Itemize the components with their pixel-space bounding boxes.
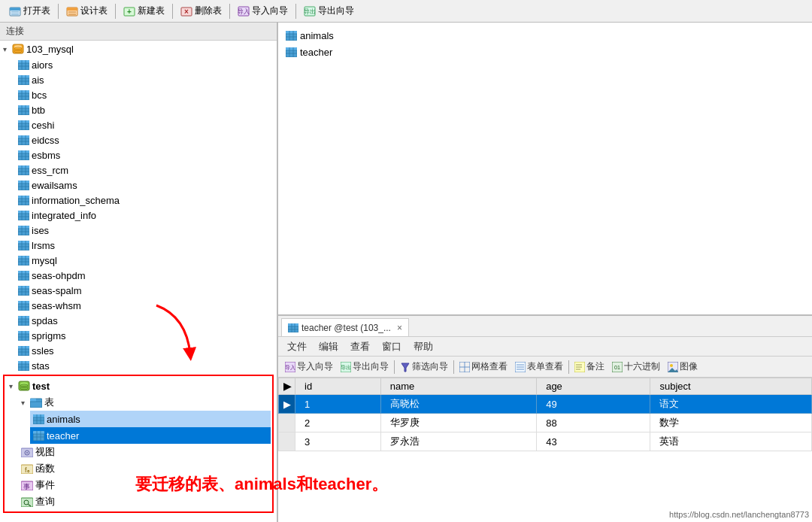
table-row[interactable]: 2 华罗庚 88 数学 bbox=[279, 414, 812, 432]
expand-arrow-biao[interactable]: ▾ bbox=[21, 399, 30, 407]
toolbar-filter-sep bbox=[394, 360, 395, 374]
new-table-btn[interactable]: + 新建表 bbox=[120, 3, 168, 19]
export-wizard-label: 导出向导 bbox=[318, 5, 354, 17]
image-btn[interactable]: 图像 bbox=[665, 360, 700, 374]
tree-label-teacher: teacher bbox=[47, 430, 79, 442]
hex-label: 十六进制 bbox=[624, 360, 660, 373]
tree-item-test[interactable]: ▾ test bbox=[6, 378, 271, 394]
tree-item-shiTu[interactable]: 视图 bbox=[18, 444, 271, 460]
svg-rect-75 bbox=[18, 196, 29, 199]
toolbar-view-sep bbox=[453, 360, 454, 374]
open-table-btn[interactable]: 打开表 bbox=[6, 3, 53, 19]
toolbar-sep2 bbox=[115, 4, 116, 19]
tree-item-ceshi[interactable]: ceshi bbox=[15, 117, 277, 132]
tree-item-esbms[interactable]: esbms bbox=[15, 147, 277, 162]
col-age-header[interactable]: age bbox=[537, 378, 650, 395]
table-icon-esbms bbox=[18, 150, 29, 160]
tree-item-integrated-info[interactable]: integrated_info bbox=[15, 208, 277, 223]
tree-item-stas[interactable]: stas bbox=[15, 358, 277, 373]
tree-label-hanshu: 函数 bbox=[35, 462, 55, 475]
tree-item-bcs[interactable]: bcs bbox=[15, 87, 277, 102]
col-id-header[interactable]: id bbox=[295, 378, 381, 395]
svg-rect-51 bbox=[18, 135, 29, 138]
expand-arrow-test[interactable]: ▾ bbox=[9, 382, 18, 390]
export-wizard-btn[interactable]: 导出 导出向导 bbox=[301, 3, 357, 19]
svg-rect-129 bbox=[18, 331, 29, 334]
tree-item-chaxun[interactable]: 查询 bbox=[18, 493, 271, 510]
tree-item-ewailsams[interactable]: ewailsams bbox=[15, 178, 277, 193]
tree-item-seas-spalm[interactable]: seas-spalm bbox=[15, 283, 277, 298]
tree-item-lrsms[interactable]: lrsms bbox=[15, 238, 277, 253]
tree-item-mysql[interactable]: mysql bbox=[15, 253, 277, 268]
tree-item-eidcss[interactable]: eidcss bbox=[15, 132, 277, 147]
tree-item-seas-whsm[interactable]: seas-whsm bbox=[15, 298, 277, 313]
tree-item-ais[interactable]: ais bbox=[15, 72, 277, 87]
import-wizard-query-btn[interactable]: 导入 导入向导 bbox=[283, 360, 335, 374]
form-view-btn[interactable]: 表单查看 bbox=[513, 360, 565, 374]
table-icon-spdas bbox=[18, 316, 29, 326]
hex-icon: 01 bbox=[612, 362, 623, 372]
folder-table-icon bbox=[30, 397, 42, 408]
table-list-item-teacher[interactable]: teacher bbox=[283, 44, 807, 60]
tree-item-ssles[interactable]: ssles bbox=[15, 343, 277, 358]
tree-item-hanshu[interactable]: fₒ 函数 bbox=[18, 460, 271, 477]
svg-rect-172 bbox=[21, 498, 33, 507]
toolbar-sep5 bbox=[295, 4, 296, 19]
tree-item-spdas[interactable]: spdas bbox=[15, 313, 277, 328]
form-icon bbox=[515, 362, 526, 372]
note-label: 备注 bbox=[586, 360, 604, 373]
table-icon-ais bbox=[18, 75, 29, 85]
menu-edit[interactable]: 编辑 bbox=[319, 340, 338, 354]
tab-close-btn[interactable]: × bbox=[397, 323, 402, 332]
table-icon-bcs bbox=[18, 90, 29, 100]
svg-text:导入: 导入 bbox=[285, 365, 295, 371]
tree-item-btb[interactable]: btb bbox=[15, 102, 277, 117]
delete-table-btn[interactable]: × 删除表 bbox=[177, 3, 225, 19]
tree-label-animals: animals bbox=[47, 414, 80, 425]
export-wizard-query-btn[interactable]: 导出 导出向导 bbox=[338, 360, 391, 374]
tree-label-esbms: esbms bbox=[32, 150, 60, 161]
import-wizard-btn[interactable]: 导入 导入向导 bbox=[235, 3, 291, 19]
tree-item-information-schema[interactable]: information_schema bbox=[15, 193, 277, 208]
hex-btn[interactable]: 01 十六进制 bbox=[610, 360, 662, 374]
tree-item-biao-folder[interactable]: ▾ 表 bbox=[18, 394, 271, 411]
watermark-text: https://blog.csdn.net/lanchengtan8773 bbox=[669, 510, 809, 519]
grid-view-btn[interactable]: 网格查看 bbox=[457, 360, 510, 374]
col-subject-header[interactable]: subject bbox=[650, 378, 812, 395]
tree-item-animals[interactable]: animals bbox=[30, 411, 271, 427]
tree-item-essrcm[interactable]: ess_rcm bbox=[15, 162, 277, 178]
menu-window[interactable]: 窗口 bbox=[382, 340, 401, 354]
tree-item-aiors[interactable]: aiors bbox=[15, 57, 277, 72]
menu-view[interactable]: 查看 bbox=[350, 340, 370, 354]
table-list-item-animals[interactable]: animals bbox=[283, 27, 807, 44]
tree-item-ises[interactable]: ises bbox=[15, 223, 277, 238]
table-row[interactable]: 3 罗永浩 43 英语 bbox=[279, 432, 812, 451]
table-row[interactable]: ▶ 1 高晓松 49 语文 bbox=[279, 395, 812, 414]
delete-table-icon: × bbox=[180, 5, 192, 17]
function-icon: fₒ bbox=[21, 463, 33, 474]
menu-help[interactable]: 帮助 bbox=[414, 340, 433, 354]
tree-item-shijian[interactable]: 事 事件 bbox=[18, 477, 271, 493]
filter-wizard-btn[interactable]: 筛选向导 bbox=[398, 360, 450, 374]
menu-file[interactable]: 文件 bbox=[287, 340, 307, 354]
tree-item-sprigms[interactable]: sprigms bbox=[15, 328, 277, 343]
tree-area[interactable]: ▾ 103_mysql aiors ais bbox=[0, 41, 277, 522]
note-btn[interactable]: 备注 bbox=[572, 360, 607, 374]
design-table-btn[interactable]: 设计表 bbox=[63, 3, 111, 19]
open-table-label: 打开表 bbox=[23, 5, 50, 17]
note-icon bbox=[574, 362, 585, 372]
svg-rect-111 bbox=[18, 286, 29, 289]
tree-label-stas: stas bbox=[32, 360, 50, 372]
svg-text:+: + bbox=[127, 8, 132, 16]
toolbar-note-sep bbox=[568, 360, 569, 374]
tree-label-aiors: aiors bbox=[32, 59, 53, 71]
tree-item-teacher[interactable]: teacher bbox=[30, 427, 271, 444]
expand-arrow-103mysql[interactable]: ▾ bbox=[3, 45, 12, 53]
view-icon bbox=[21, 447, 33, 457]
tree-item-seas-ohpdm[interactable]: seas-ohpdm bbox=[15, 268, 277, 283]
tree-root-103mysql[interactable]: ▾ 103_mysql bbox=[0, 41, 277, 57]
data-table-area[interactable]: ▶ id name age subject ▶ 1 高晓松 bbox=[278, 378, 812, 522]
col-name-header[interactable]: name bbox=[380, 378, 536, 395]
cell-name-3: 罗永浩 bbox=[380, 432, 536, 451]
query-tab[interactable]: teacher @test (103_... × bbox=[281, 318, 409, 336]
